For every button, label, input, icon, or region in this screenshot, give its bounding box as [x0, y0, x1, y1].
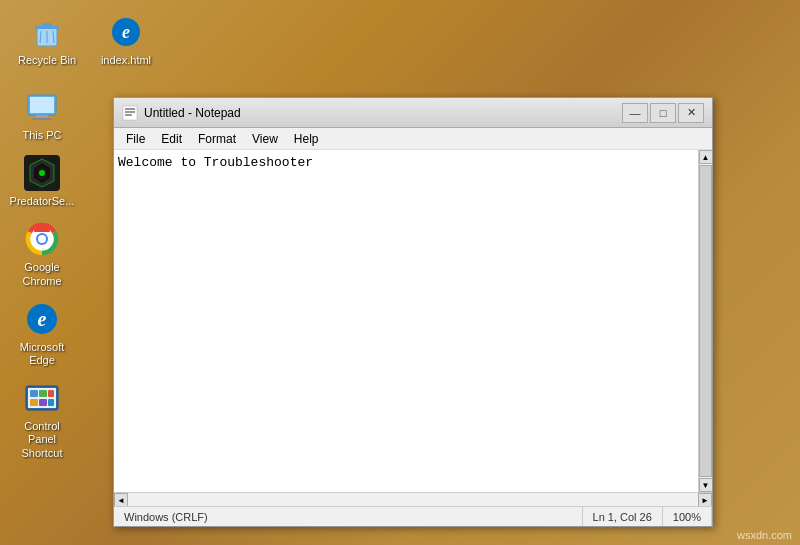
svg-rect-2 [42, 23, 52, 26]
scroll-thumb[interactable] [699, 165, 712, 477]
left-icons-column: This PC PredatorSe... [0, 80, 84, 469]
svg-text:e: e [122, 22, 130, 42]
desktop-icon-control-panel[interactable]: Control Panel Shortcut [5, 376, 79, 464]
recycle-bin-label: Recycle Bin [18, 54, 76, 67]
chrome-icon [24, 221, 60, 257]
notepad-title: Untitled - Notepad [144, 106, 622, 120]
desktop-icon-recycle-bin[interactable]: Recycle Bin [10, 10, 84, 71]
menu-view[interactable]: View [244, 130, 286, 148]
status-position: Ln 1, Col 26 [583, 507, 663, 526]
control-panel-icon [24, 380, 60, 416]
close-button[interactable]: ✕ [678, 103, 704, 123]
edge-icon: e [24, 301, 60, 337]
edge-label: Microsoft Edge [9, 341, 75, 367]
editor-area: Welcome to Troubleshooter ▲ ▼ [114, 150, 712, 492]
title-bar-controls: — □ ✕ [622, 103, 704, 123]
status-bar: Windows (CRLF) Ln 1, Col 26 100% [114, 506, 712, 526]
menu-file[interactable]: File [118, 130, 153, 148]
svg-point-19 [38, 235, 46, 243]
control-panel-label: Control Panel Shortcut [9, 420, 75, 460]
index-html-label: index.html [101, 54, 151, 67]
desktop-icon-edge[interactable]: e Microsoft Edge [5, 297, 79, 371]
horizontal-scrollbar[interactable]: ◄ ► [114, 492, 712, 506]
svg-rect-28 [39, 399, 47, 406]
zoom-label: 100% [673, 511, 701, 523]
index-html-icon: e [108, 14, 144, 50]
svg-text:e: e [38, 308, 47, 330]
scroll-left-arrow[interactable]: ◄ [114, 493, 128, 507]
svg-rect-11 [32, 118, 52, 120]
recycle-bin-icon [29, 14, 65, 50]
svg-rect-27 [30, 399, 38, 406]
desktop-icon-this-pc[interactable]: This PC [5, 85, 79, 146]
position-label: Ln 1, Col 26 [593, 511, 652, 523]
status-encoding: Windows (CRLF) [114, 507, 583, 526]
scroll-h-track[interactable] [128, 493, 698, 506]
status-zoom: 100% [663, 507, 712, 526]
this-pc-icon [24, 89, 60, 125]
editor-text-content[interactable]: Welcome to Troubleshooter [114, 150, 698, 492]
menu-help[interactable]: Help [286, 130, 327, 148]
svg-rect-29 [48, 399, 54, 406]
desktop: Recycle Bin e index.html [0, 0, 800, 545]
encoding-label: Windows (CRLF) [124, 511, 208, 523]
svg-rect-30 [123, 106, 137, 120]
menu-edit[interactable]: Edit [153, 130, 190, 148]
predator-label: PredatorSe... [10, 195, 75, 208]
predator-icon [24, 155, 60, 191]
minimize-button[interactable]: — [622, 103, 648, 123]
notepad-icon [122, 105, 138, 121]
top-icons-row: Recycle Bin e index.html [0, 0, 173, 81]
svg-rect-25 [39, 390, 47, 397]
svg-rect-9 [30, 97, 54, 113]
desktop-icon-chrome[interactable]: Google Chrome [5, 217, 79, 291]
svg-rect-10 [36, 115, 48, 118]
menu-format[interactable]: Format [190, 130, 244, 148]
notepad-title-bar: Untitled - Notepad — □ ✕ [114, 98, 712, 128]
watermark: wsxdn.com [737, 529, 792, 541]
scroll-right-arrow[interactable]: ► [698, 493, 712, 507]
scroll-up-arrow[interactable]: ▲ [699, 150, 713, 164]
maximize-button[interactable]: □ [650, 103, 676, 123]
svg-rect-1 [35, 26, 59, 29]
svg-point-16 [39, 170, 45, 176]
vertical-scrollbar[interactable]: ▲ ▼ [698, 150, 712, 492]
notepad-window: Untitled - Notepad — □ ✕ File Edit Forma… [113, 97, 713, 527]
svg-rect-24 [30, 390, 38, 397]
notepad-menu-bar: File Edit Format View Help [114, 128, 712, 150]
desktop-icon-index-html[interactable]: e index.html [89, 10, 163, 71]
chrome-label: Google Chrome [9, 261, 75, 287]
scroll-down-arrow[interactable]: ▼ [699, 478, 713, 492]
this-pc-label: This PC [22, 129, 61, 142]
desktop-icon-predator[interactable]: PredatorSe... [5, 151, 79, 212]
svg-rect-26 [48, 390, 54, 397]
